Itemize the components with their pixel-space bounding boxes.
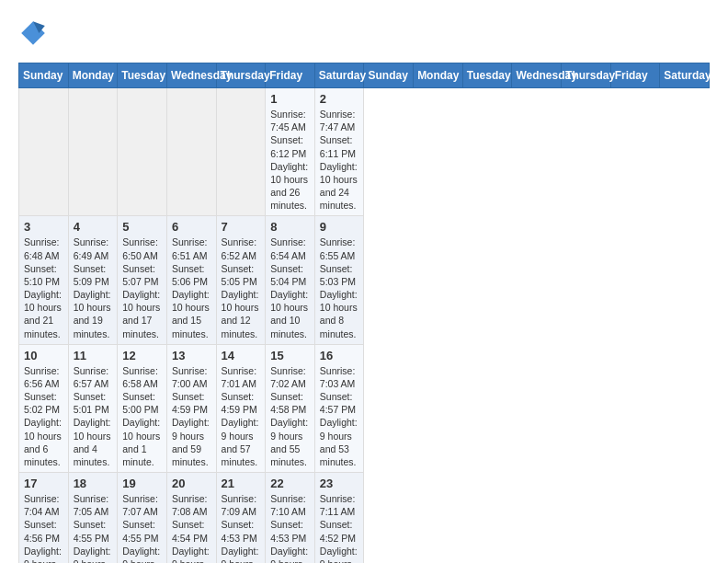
day-info: Daylight: 9 hours and 53 minutes. [320, 416, 359, 468]
weekday-header: Sunday [364, 63, 414, 88]
calendar-cell: 14Sunrise: 7:01 AMSunset: 4:59 PMDayligh… [216, 344, 266, 472]
page-header [18, 18, 710, 48]
calendar-cell: 15Sunrise: 7:02 AMSunset: 4:58 PMDayligh… [266, 344, 315, 472]
day-info: Sunrise: 6:49 AM [74, 236, 113, 261]
day-number: 20 [172, 477, 211, 490]
weekday-header: Thursday [216, 63, 266, 88]
calendar-cell: 9Sunrise: 6:55 AMSunset: 5:03 PMDaylight… [314, 216, 364, 344]
calendar-cell: 10Sunrise: 6:56 AMSunset: 5:02 PMDayligh… [19, 344, 69, 472]
calendar-cell: 12Sunrise: 6:58 AMSunset: 5:00 PMDayligh… [118, 344, 167, 472]
day-info: Daylight: 9 hours and 57 minutes. [222, 416, 261, 468]
day-info: Daylight: 10 hours and 24 minutes. [320, 160, 359, 213]
day-info: Sunset: 6:11 PM [320, 133, 359, 159]
day-info: Sunrise: 7:09 AM [222, 492, 261, 518]
calendar-cell: 16Sunrise: 7:03 AMSunset: 4:57 PMDayligh… [314, 344, 364, 472]
calendar-cell: 3Sunrise: 6:48 AMSunset: 5:10 PMDaylight… [19, 216, 69, 344]
day-info: Daylight: 10 hours and 12 minutes. [222, 288, 261, 340]
day-number: 14 [222, 349, 261, 362]
day-info: Sunset: 4:59 PM [172, 390, 211, 416]
day-info: Sunset: 5:03 PM [320, 262, 359, 288]
day-info: Sunrise: 7:07 AM [122, 492, 162, 518]
day-info: Daylight: 10 hours and 10 minutes. [270, 288, 310, 340]
calendar-cell: 22Sunrise: 7:10 AMSunset: 4:53 PMDayligh… [266, 473, 315, 563]
day-info: Daylight: 10 hours and 1 minute. [122, 416, 162, 468]
calendar-cell: 11Sunrise: 6:57 AMSunset: 5:01 PMDayligh… [68, 344, 118, 472]
day-info: Sunrise: 7:08 AM [172, 492, 211, 518]
day-info: Daylight: 9 hours and 41 minutes. [320, 545, 359, 563]
day-info: Sunrise: 7:11 AM [320, 492, 359, 518]
day-number: 22 [270, 477, 310, 490]
weekday-header: Sunday [19, 63, 69, 88]
day-number: 5 [122, 220, 162, 234]
day-info: Sunrise: 6:54 AM [270, 236, 310, 261]
day-info: Sunrise: 6:52 AM [222, 236, 261, 261]
day-info: Sunset: 5:01 PM [74, 390, 113, 416]
day-info: Daylight: 9 hours and 59 minutes. [172, 416, 211, 468]
day-info: Daylight: 9 hours and 42 minutes. [270, 545, 310, 563]
day-info: Sunset: 4:53 PM [222, 518, 261, 544]
weekday-header: Friday [610, 63, 660, 88]
day-info: Sunrise: 7:05 AM [74, 492, 113, 518]
calendar-cell: 19Sunrise: 7:07 AMSunset: 4:55 PMDayligh… [118, 473, 167, 563]
day-info: Sunset: 4:57 PM [320, 390, 359, 416]
calendar-cell: 5Sunrise: 6:50 AMSunset: 5:07 PMDaylight… [118, 216, 167, 344]
day-info: Sunset: 5:05 PM [222, 262, 261, 288]
calendar-cell: 6Sunrise: 6:51 AMSunset: 5:06 PMDaylight… [166, 216, 216, 344]
day-number: 3 [24, 220, 63, 234]
day-number: 4 [74, 220, 113, 234]
day-info: Sunset: 5:00 PM [122, 390, 162, 416]
calendar-cell: 8Sunrise: 6:54 AMSunset: 5:04 PMDaylight… [266, 216, 315, 344]
calendar-cell: 23Sunrise: 7:11 AMSunset: 4:52 PMDayligh… [314, 473, 364, 563]
day-info: Sunset: 5:06 PM [172, 262, 211, 288]
logo [18, 18, 53, 48]
calendar-cell [166, 88, 216, 216]
calendar-cell: 20Sunrise: 7:08 AMSunset: 4:54 PMDayligh… [166, 473, 216, 563]
weekday-header: Saturday [314, 63, 364, 88]
day-number: 10 [24, 349, 63, 362]
day-info: Sunrise: 7:47 AM [320, 108, 359, 133]
calendar-week-row: 10Sunrise: 6:56 AMSunset: 5:02 PMDayligh… [19, 344, 710, 472]
logo-icon [18, 18, 48, 48]
calendar-header-row: SundayMondayTuesdayWednesdayThursdayFrid… [19, 63, 710, 88]
day-info: Daylight: 9 hours and 49 minutes. [74, 545, 113, 563]
day-info: Sunset: 5:04 PM [270, 262, 310, 288]
day-number: 18 [74, 477, 113, 490]
weekday-header: Thursday [562, 63, 611, 88]
day-info: Sunrise: 7:45 AM [270, 108, 310, 133]
day-info: Sunset: 4:58 PM [270, 390, 310, 416]
calendar-cell [68, 88, 118, 216]
weekday-header: Tuesday [462, 63, 512, 88]
day-number: 12 [122, 349, 162, 362]
day-number: 9 [320, 220, 359, 234]
day-info: Daylight: 9 hours and 51 minutes. [24, 545, 63, 563]
day-info: Daylight: 10 hours and 21 minutes. [24, 288, 63, 340]
day-number: 8 [270, 220, 310, 234]
day-info: Daylight: 10 hours and 26 minutes. [270, 160, 310, 213]
calendar-cell: 13Sunrise: 7:00 AMSunset: 4:59 PMDayligh… [166, 344, 216, 472]
day-info: Daylight: 10 hours and 15 minutes. [172, 288, 211, 340]
day-info: Daylight: 10 hours and 17 minutes. [122, 288, 162, 340]
day-number: 16 [320, 349, 359, 362]
day-info: Daylight: 10 hours and 6 minutes. [24, 416, 63, 468]
calendar-cell: 1Sunrise: 7:45 AMSunset: 6:12 PMDaylight… [266, 88, 315, 216]
weekday-header: Friday [266, 63, 315, 88]
calendar-cell: 17Sunrise: 7:04 AMSunset: 4:56 PMDayligh… [19, 473, 69, 563]
day-info: Sunset: 4:59 PM [222, 390, 261, 416]
day-info: Sunset: 4:56 PM [24, 518, 63, 544]
day-info: Sunset: 4:53 PM [270, 518, 310, 544]
calendar-cell: 7Sunrise: 6:52 AMSunset: 5:05 PMDaylight… [216, 216, 266, 344]
day-info: Sunset: 5:07 PM [122, 262, 162, 288]
day-info: Sunset: 5:10 PM [24, 262, 63, 288]
day-info: Sunrise: 6:51 AM [172, 236, 211, 261]
day-info: Sunset: 4:52 PM [320, 518, 359, 544]
day-number: 6 [172, 220, 211, 234]
weekday-header: Wednesday [166, 63, 216, 88]
day-number: 17 [24, 477, 63, 490]
day-number: 15 [270, 349, 310, 362]
day-number: 21 [222, 477, 261, 490]
day-info: Sunrise: 7:01 AM [222, 364, 261, 390]
day-number: 23 [320, 477, 359, 490]
weekday-header: Monday [68, 63, 118, 88]
day-info: Sunrise: 7:10 AM [270, 492, 310, 518]
day-number: 19 [122, 477, 162, 490]
